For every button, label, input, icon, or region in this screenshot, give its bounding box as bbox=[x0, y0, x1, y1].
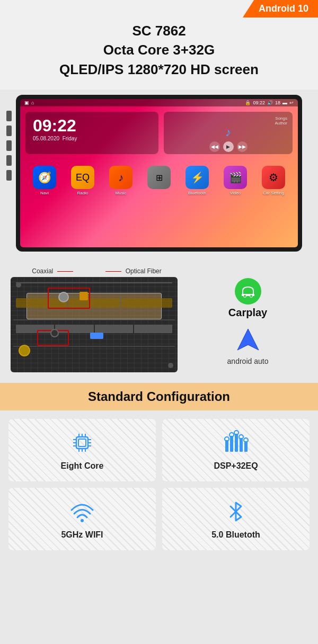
car-setting-label: Car Setting bbox=[263, 191, 284, 195]
navi-icon[interactable]: 🧭 bbox=[33, 166, 56, 189]
video-label: Video bbox=[230, 191, 241, 195]
android-auto-icon bbox=[235, 326, 261, 355]
usb-port bbox=[90, 333, 103, 339]
svg-point-28 bbox=[81, 519, 84, 522]
side-buttons bbox=[6, 111, 12, 181]
coaxial-text: Coaxial bbox=[32, 267, 53, 275]
app-video[interactable]: 🎬 Video bbox=[224, 166, 247, 195]
back-panel-section: Coaxial Optical Fiber bbox=[0, 262, 318, 383]
home-button[interactable] bbox=[6, 126, 12, 136]
car-screen: ▣ ⌂ 🔒 09:22 🔊 18 ▬ ↩ bbox=[20, 99, 298, 247]
battery-level: 18 bbox=[275, 100, 280, 105]
svg-rect-5 bbox=[78, 439, 86, 446]
product-title-line2: Octa Core 3+32G bbox=[103, 42, 215, 58]
screw-yellow bbox=[19, 345, 30, 356]
back-nav-icon: ↩ bbox=[289, 100, 294, 105]
radio-icon[interactable]: EQ bbox=[71, 166, 94, 189]
settings-icon[interactable]: ⊞ bbox=[147, 166, 171, 189]
car-setting-icon[interactable]: ⚙ bbox=[262, 166, 285, 189]
status-bar: ▣ ⌂ 🔒 09:22 🔊 18 ▬ ↩ bbox=[20, 99, 298, 106]
music-icon[interactable]: ♪ bbox=[109, 166, 132, 189]
car-unit: ▣ ⌂ 🔒 09:22 🔊 18 ▬ ↩ bbox=[16, 95, 302, 252]
music-widget: Songs Author ♪ ◀◀ ▶ ▶▶ bbox=[164, 112, 293, 154]
navi-label: Navi bbox=[40, 191, 49, 195]
carplay-text: Carplay bbox=[228, 307, 267, 319]
config-eight-core: Eight Core bbox=[8, 419, 156, 481]
music-label: Music bbox=[116, 191, 127, 195]
product-title-line1: SC 7862 bbox=[132, 23, 186, 39]
dsp-label: DSP+32EQ bbox=[214, 461, 258, 471]
clock-widget: 09:22 05.08.2020 Friday bbox=[25, 112, 158, 154]
bluetooth-icon bbox=[223, 498, 249, 525]
prev-button[interactable]: ◀◀ bbox=[209, 141, 220, 152]
power-button[interactable] bbox=[6, 111, 12, 121]
battery-icon: ▬ bbox=[282, 100, 287, 105]
play-button[interactable]: ▶ bbox=[223, 141, 234, 152]
app-settings[interactable]: ⊞ bbox=[147, 166, 171, 195]
svg-point-1 bbox=[243, 295, 246, 298]
sim-icon: ▣ bbox=[24, 100, 29, 105]
product-title: SC 7862 Octa Core 3+32G QLED/IPS 1280*72… bbox=[11, 21, 307, 79]
svg-rect-21 bbox=[240, 438, 243, 452]
music-controls[interactable]: ◀◀ ▶ ▶▶ bbox=[209, 141, 248, 152]
carplay-apple-icon bbox=[235, 278, 261, 305]
svg-marker-3 bbox=[237, 329, 259, 350]
app-music[interactable]: ♪ Music bbox=[109, 166, 132, 195]
app-car-setting[interactable]: ⚙ Car Setting bbox=[262, 166, 285, 195]
radio-label: Radio bbox=[77, 191, 89, 195]
back-button[interactable] bbox=[6, 170, 12, 181]
config-dsp: DSP+32EQ bbox=[162, 419, 310, 481]
android-badge-text: Android 10 bbox=[259, 3, 308, 14]
chip-icon bbox=[69, 430, 95, 456]
coaxial-label: Coaxial bbox=[32, 267, 73, 275]
connector-labels: Coaxial Optical Fiber bbox=[11, 267, 178, 275]
dsp-icon bbox=[223, 430, 249, 456]
config-header: Standard Configuration bbox=[0, 383, 318, 410]
svg-rect-19 bbox=[230, 436, 233, 452]
app-radio[interactable]: EQ Radio bbox=[71, 166, 94, 195]
back-panel-left: Coaxial Optical Fiber bbox=[11, 267, 178, 372]
config-wifi: 5GHz WIFI bbox=[8, 488, 156, 550]
optical-port bbox=[80, 292, 88, 300]
clock-time: 09:22 bbox=[33, 116, 151, 136]
optical-text: Optical Fiber bbox=[126, 267, 162, 275]
config-bluetooth: 5.0 Bluetoth bbox=[162, 488, 310, 550]
android-auto-text: android auto bbox=[227, 357, 269, 365]
bluetooth-app-icon[interactable]: ⚡ bbox=[186, 166, 209, 189]
volume-down-button[interactable] bbox=[6, 155, 12, 166]
wifi-icon bbox=[69, 498, 95, 525]
config-title: Standard Configuration bbox=[6, 389, 312, 404]
eight-core-label: Eight Core bbox=[61, 461, 104, 471]
optical-label: Optical Fiber bbox=[105, 267, 162, 275]
lock-icon: 🔒 bbox=[245, 100, 251, 105]
svg-rect-20 bbox=[235, 434, 238, 452]
app-navi[interactable]: 🧭 Navi bbox=[33, 166, 56, 195]
video-icon[interactable]: 🎬 bbox=[224, 166, 247, 189]
svg-point-2 bbox=[250, 295, 252, 298]
back-panel-image bbox=[11, 277, 178, 372]
app-bluetooth[interactable]: ⚡ Bluetooth bbox=[186, 166, 209, 195]
clock-date: 05.08.2020 Friday bbox=[33, 136, 151, 141]
android-badge: Android 10 bbox=[243, 0, 318, 17]
volume-icon: 🔊 bbox=[267, 100, 273, 105]
wifi-label: 5GHz WIFI bbox=[61, 530, 103, 540]
bluetooth-label: 5.0 Bluetoth bbox=[211, 530, 260, 540]
app-icons-row: 🧭 Navi EQ Radio ♪ Music ⊞ bbox=[20, 162, 298, 200]
music-meta: Songs Author bbox=[169, 116, 287, 126]
screen-section: ▣ ⌂ 🔒 09:22 🔊 18 ▬ ↩ bbox=[0, 90, 318, 262]
product-title-line3: QLED/IPS 1280*720 HD screen bbox=[59, 61, 259, 77]
screen-widgets: 09:22 05.08.2020 Friday Songs Author ♪ bbox=[20, 106, 298, 159]
home-icon: ⌂ bbox=[31, 100, 34, 105]
next-button[interactable]: ▶▶ bbox=[237, 141, 248, 152]
config-grid: Eight Core DSP+32EQ bbox=[0, 410, 318, 559]
svg-rect-18 bbox=[225, 440, 228, 452]
bluetooth-label: Bluetooth bbox=[188, 191, 206, 195]
android-auto-logo: android auto bbox=[227, 326, 269, 365]
brand-logos: Carplay android auto bbox=[188, 267, 307, 365]
volume-up-button[interactable] bbox=[6, 140, 12, 151]
status-time: 09:22 bbox=[253, 100, 265, 105]
carplay-logo: Carplay bbox=[228, 278, 267, 319]
music-note-icon: ♪ bbox=[225, 126, 231, 139]
